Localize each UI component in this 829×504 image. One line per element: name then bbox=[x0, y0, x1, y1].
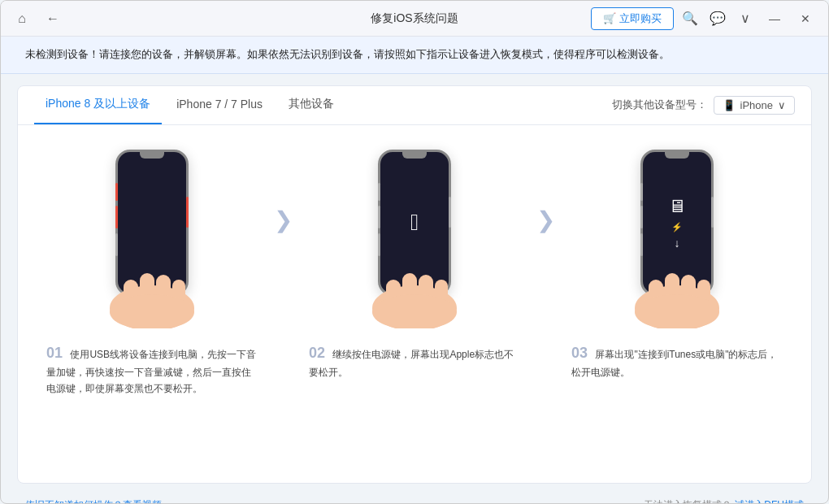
step-2-col:  02 继续按住电源键，屏幕出现Apple标志也不要松开。 bbox=[309, 141, 520, 381]
step-3-col: 🖥 ⚡ ↓ bbox=[571, 141, 783, 381]
arrow-2: ❯ bbox=[536, 206, 555, 233]
alert-text: 未检测到设备！请连接您的设备，并解锁屏幕。如果依然无法识别到设备，请按照如下指示… bbox=[25, 48, 670, 60]
cart-icon: 🛒 bbox=[603, 12, 616, 24]
tabs-row: iPhone 8 及以上设备 iPhone 7 / 7 Plus 其他设备 切换… bbox=[18, 86, 811, 125]
step-3-desc: 03 屏幕出现"连接到iTunes或电脑"的标志后，松开电源键。 bbox=[571, 341, 783, 381]
apple-logo-2:  bbox=[410, 210, 419, 236]
step-1-desc: 01 使用USB线将设备连接到电脑，先按一下音量加键，再快速按一下音量减键，然后… bbox=[46, 341, 258, 398]
dropdown-chevron-icon: ∨ bbox=[778, 99, 786, 111]
lightning-icon: ⚡ bbox=[671, 222, 683, 232]
step-2-phone:  bbox=[349, 141, 480, 328]
svg-point-17 bbox=[635, 294, 719, 328]
monitor-icon: 🖥 bbox=[668, 196, 686, 217]
device-switch: 切换其他设备型号： 📱 iPhone ∨ bbox=[612, 96, 795, 115]
hand-svg-1 bbox=[99, 263, 205, 328]
step-1-phone bbox=[87, 141, 217, 328]
tab-iphone8[interactable]: iPhone 8 及以上设备 bbox=[34, 85, 162, 124]
step-1-col: 01 使用USB线将设备连接到电脑，先按一下音量加键，再快速按一下音量减键，然后… bbox=[46, 141, 258, 398]
main-content: iPhone 8 及以上设备 iPhone 7 / 7 Plus 其他设备 切换… bbox=[17, 85, 812, 484]
recovery-link[interactable]: 试进入DFU模式 bbox=[735, 498, 804, 504]
step-2-desc: 02 继续按住电源键，屏幕出现Apple标志也不要松开。 bbox=[309, 341, 520, 381]
step-3-phone: 🖥 ⚡ ↓ bbox=[612, 141, 742, 328]
search-icon: 🔍 bbox=[682, 11, 698, 26]
itunes-icon: 🖥 ⚡ ↓ bbox=[668, 196, 686, 250]
title-bar: ⌂ ← 修复iOS系统问题 🛒 立即购买 🔍 💬 ∨ — ✕ bbox=[1, 1, 828, 37]
chevron-button[interactable]: ∨ bbox=[734, 7, 757, 30]
search-button[interactable]: 🔍 bbox=[679, 7, 701, 30]
help-link[interactable]: 依旧不知道如何操作？查看视频 bbox=[25, 498, 162, 504]
chat-button[interactable]: 💬 bbox=[706, 7, 729, 30]
arrow-1: ❯ bbox=[274, 206, 293, 233]
footer-right: 无法进入恢复模式？ 试进入DFU模式 bbox=[644, 498, 804, 504]
title-bar-right: 🛒 立即购买 🔍 💬 ∨ — ✕ bbox=[591, 6, 818, 32]
alert-bar: 未检测到设备！请连接您的设备，并解锁屏幕。如果依然无法识别到设备，请按照如下指示… bbox=[1, 37, 828, 74]
steps-area: 01 使用USB线将设备连接到电脑，先按一下音量加键，再快速按一下音量减键，然后… bbox=[18, 125, 811, 409]
home-button[interactable]: ⌂ bbox=[11, 7, 33, 30]
window-title: 修复iOS系统问题 bbox=[371, 11, 458, 26]
hand-svg-2 bbox=[362, 263, 467, 328]
tab-other[interactable]: 其他设备 bbox=[277, 85, 345, 124]
close-button[interactable]: ✕ bbox=[792, 6, 818, 32]
phone-icon: 📱 bbox=[723, 99, 736, 111]
recovery-text: 无法进入恢复模式？ bbox=[644, 498, 731, 504]
minimize-button[interactable]: — bbox=[762, 6, 788, 32]
arrow-down-icon: ↓ bbox=[675, 237, 680, 250]
back-button[interactable]: ← bbox=[41, 7, 64, 30]
chevron-down-icon: ∨ bbox=[740, 11, 750, 26]
device-current: iPhone bbox=[740, 99, 773, 111]
buy-button[interactable]: 🛒 立即购买 bbox=[591, 7, 674, 30]
hand-svg-3 bbox=[624, 263, 730, 328]
tab-iphone7[interactable]: iPhone 7 / 7 Plus bbox=[165, 85, 274, 124]
title-bar-left: ⌂ ← bbox=[11, 7, 64, 30]
footer-bar: 依旧不知道如何操作？查看视频 无法进入恢复模式？ 试进入DFU模式 bbox=[1, 495, 828, 504]
svg-point-11 bbox=[372, 294, 457, 328]
device-switch-label: 切换其他设备型号： bbox=[612, 98, 707, 112]
svg-point-5 bbox=[110, 294, 194, 328]
device-dropdown[interactable]: 📱 iPhone ∨ bbox=[714, 96, 795, 115]
chat-icon: 💬 bbox=[710, 11, 726, 26]
